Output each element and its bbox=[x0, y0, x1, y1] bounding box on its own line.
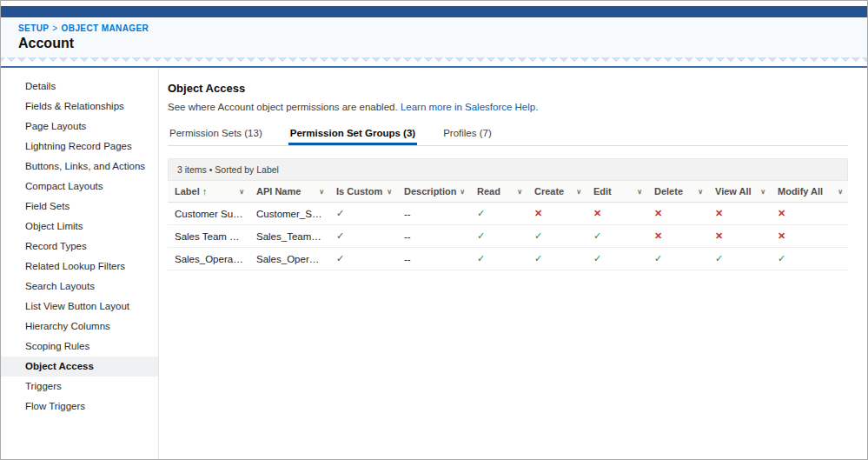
sidebar-item-compact-layouts[interactable]: Compact Layouts bbox=[1, 177, 158, 197]
tab-permission-sets-13[interactable]: Permission Sets (13) bbox=[168, 126, 264, 145]
column-header-inner: View All∨ bbox=[715, 186, 765, 197]
chevron-down-icon[interactable]: ∨ bbox=[239, 188, 244, 196]
chevron-down-icon[interactable]: ∨ bbox=[517, 188, 522, 196]
permission-check-icon: ✓ bbox=[534, 230, 542, 241]
page-body: DetailsFields & RelationshipsPage Layout… bbox=[1, 68, 867, 459]
column-header-inner: Description∨ bbox=[404, 186, 465, 197]
chevron-down-icon[interactable]: ∨ bbox=[387, 188, 392, 196]
column-header-read[interactable]: Read∨ bbox=[470, 181, 527, 203]
row-permission-edit: ✕ bbox=[586, 203, 647, 225]
row-permission-edit: ✓ bbox=[586, 248, 647, 270]
sidebar-item-record-types[interactable]: Record Types bbox=[1, 237, 158, 257]
table-row: Customer Sup...Customer_Sup...✓--✓✕✕✕✕✕ bbox=[168, 203, 848, 225]
main-content: Object Access See where Account object p… bbox=[159, 68, 867, 459]
row-api-name: Sales_Team_M... bbox=[249, 225, 329, 248]
row-label-link[interactable]: Sales Team Me... bbox=[168, 225, 249, 248]
row-label-link[interactable]: Sales_Operatio... bbox=[168, 248, 249, 270]
chevron-down-icon[interactable]: ∨ bbox=[698, 188, 703, 196]
column-header-label: Delete bbox=[654, 186, 683, 197]
section-description: See where Account object permissions are… bbox=[168, 102, 848, 112]
permission-check-icon: ✓ bbox=[477, 253, 485, 263]
breadcrumb: SETUP>OBJECT MANAGER bbox=[18, 23, 850, 33]
help-link[interactable]: Learn more in Salesforce Help. bbox=[401, 102, 539, 112]
setup-page-header: SETUP>OBJECT MANAGER Account bbox=[1, 17, 867, 57]
column-header-inner: Edit∨ bbox=[593, 186, 642, 197]
row-permission-view_all: ✓ bbox=[708, 248, 771, 270]
column-header-label: Create bbox=[534, 186, 564, 197]
sidebar-item-flow-triggers[interactable]: Flow Triggers bbox=[1, 397, 158, 417]
column-header-view-all[interactable]: View All∨ bbox=[708, 181, 771, 203]
app-window: SETUP>OBJECT MANAGER Account DetailsFiel… bbox=[0, 0, 868, 460]
column-header-create[interactable]: Create∨ bbox=[527, 181, 586, 203]
permission-cross-icon: ✕ bbox=[654, 230, 662, 241]
row-permission-read: ✓ bbox=[470, 248, 527, 270]
column-header-label[interactable]: Label ↑∨ bbox=[168, 181, 249, 203]
sidebar-item-triggers[interactable]: Triggers bbox=[1, 377, 158, 397]
sidebar-item-fields-relationships[interactable]: Fields & Relationships bbox=[1, 97, 158, 117]
column-header-api-name[interactable]: API Name∨ bbox=[249, 181, 329, 203]
column-header-label: Description bbox=[404, 186, 457, 197]
global-header-bar bbox=[1, 6, 867, 17]
chevron-down-icon[interactable]: ∨ bbox=[460, 188, 465, 196]
breadcrumb-separator: > bbox=[52, 23, 57, 33]
row-permission-create: ✕ bbox=[527, 203, 586, 225]
row-description: -- bbox=[397, 248, 470, 270]
column-header-edit[interactable]: Edit∨ bbox=[586, 181, 647, 203]
permission-cross-icon: ✕ bbox=[654, 208, 662, 218]
sidebar-item-related-lookup-filters[interactable]: Related Lookup Filters bbox=[1, 257, 158, 277]
object-manager-sidebar: DetailsFields & RelationshipsPage Layout… bbox=[1, 68, 159, 459]
sidebar-item-object-access[interactable]: Object Access bbox=[1, 357, 158, 377]
permission-cross-icon: ✕ bbox=[715, 230, 723, 241]
column-header-inner: Delete∨ bbox=[654, 186, 703, 197]
row-is-custom: ✓ bbox=[329, 225, 397, 248]
permission-cross-icon: ✕ bbox=[778, 208, 785, 218]
permission-cross-icon: ✕ bbox=[534, 208, 542, 218]
sidebar-item-list-view-button-layout[interactable]: List View Button Layout bbox=[1, 297, 158, 317]
breadcrumb-item-object-manager[interactable]: OBJECT MANAGER bbox=[62, 23, 149, 33]
sidebar-item-page-layouts[interactable]: Page Layouts bbox=[1, 117, 158, 137]
row-description: -- bbox=[397, 225, 470, 248]
permission-check-icon: ✓ bbox=[778, 253, 785, 263]
sidebar-item-scoping-rules[interactable]: Scoping Rules bbox=[1, 337, 158, 357]
is-custom-check-icon: ✓ bbox=[336, 208, 344, 218]
permission-check-icon: ✓ bbox=[593, 230, 601, 241]
sidebar-item-lightning-record-pages[interactable]: Lightning Record Pages bbox=[1, 137, 158, 157]
column-header-is-custom[interactable]: Is Custom∨ bbox=[329, 181, 397, 203]
sidebar-item-object-limits[interactable]: Object Limits bbox=[1, 217, 158, 237]
row-permission-modify_all: ✕ bbox=[771, 225, 848, 248]
breadcrumb-item-setup[interactable]: SETUP bbox=[18, 23, 49, 33]
row-permission-view_all: ✕ bbox=[708, 225, 771, 248]
sidebar-item-details[interactable]: Details bbox=[1, 77, 158, 97]
tab-profiles-7[interactable]: Profiles (7) bbox=[441, 126, 494, 145]
permissions-table-card: 3 items • Sorted by Label Label ↑∨API Na… bbox=[168, 158, 848, 270]
row-label-link[interactable]: Customer Sup... bbox=[168, 203, 249, 225]
column-header-delete[interactable]: Delete∨ bbox=[647, 181, 708, 203]
permissions-table: Label ↑∨API Name∨Is Custom∨Description∨R… bbox=[168, 180, 848, 270]
permission-check-icon: ✓ bbox=[477, 230, 485, 241]
sidebar-item-search-layouts[interactable]: Search Layouts bbox=[1, 277, 158, 297]
permission-check-icon: ✓ bbox=[654, 253, 662, 263]
description-text: See where Account object permissions are… bbox=[168, 102, 398, 112]
permission-cross-icon: ✕ bbox=[715, 208, 723, 218]
sidebar-item-buttons-links-and-actions[interactable]: Buttons, Links, and Actions bbox=[1, 157, 158, 177]
column-header-inner: Is Custom∨ bbox=[336, 186, 392, 197]
row-permission-read: ✓ bbox=[470, 203, 527, 225]
section-title: Object Access bbox=[168, 82, 848, 95]
tab-permission-set-groups-3[interactable]: Permission Set Groups (3) bbox=[288, 126, 417, 145]
column-header-label: Label ↑ bbox=[175, 186, 207, 197]
column-header-label: Read bbox=[477, 186, 500, 197]
row-permission-view_all: ✕ bbox=[708, 203, 771, 225]
chevron-down-icon[interactable]: ∨ bbox=[838, 188, 843, 196]
is-custom-check-icon: ✓ bbox=[336, 253, 344, 263]
column-header-inner: Label ↑∨ bbox=[175, 186, 244, 197]
chevron-down-icon[interactable]: ∨ bbox=[637, 188, 642, 196]
chevron-down-icon[interactable]: ∨ bbox=[760, 188, 765, 196]
column-header-label: Edit bbox=[593, 186, 612, 197]
chevron-down-icon[interactable]: ∨ bbox=[319, 188, 324, 196]
sidebar-item-field-sets[interactable]: Field Sets bbox=[1, 197, 158, 217]
column-header-modify-all[interactable]: Modify All∨ bbox=[771, 181, 848, 203]
column-header-label: Is Custom bbox=[336, 186, 382, 197]
chevron-down-icon[interactable]: ∨ bbox=[576, 188, 581, 196]
sidebar-item-hierarchy-columns[interactable]: Hierarchy Columns bbox=[1, 317, 158, 337]
column-header-description[interactable]: Description∨ bbox=[397, 181, 470, 203]
